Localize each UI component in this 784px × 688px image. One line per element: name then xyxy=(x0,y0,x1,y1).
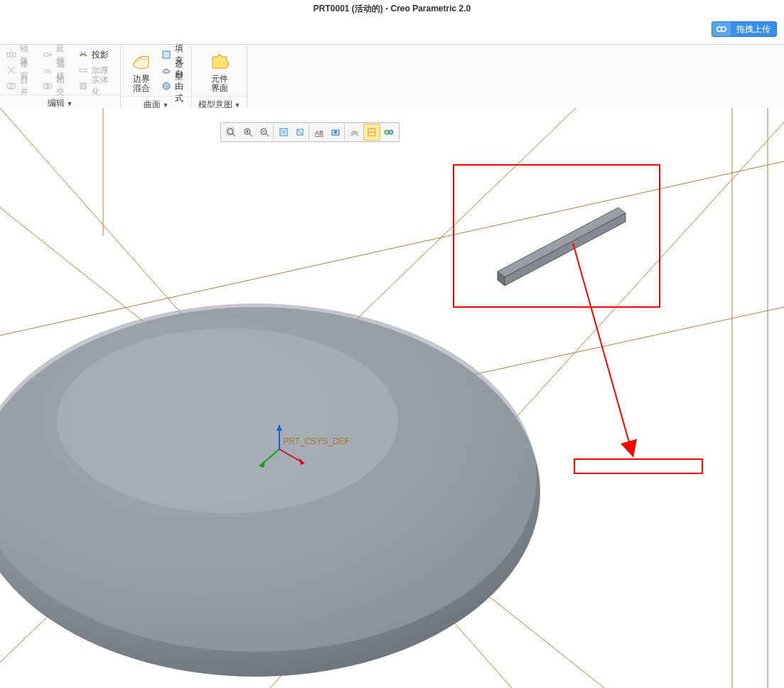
svg-line-43 xyxy=(266,134,269,136)
merge-icon xyxy=(6,80,17,92)
boundary-blend-command[interactable]: 边界 混合 xyxy=(125,48,158,95)
annotation-target-box xyxy=(574,459,702,473)
trim-icon xyxy=(6,65,17,76)
intersect-icon xyxy=(42,80,53,92)
svg-rect-2 xyxy=(7,53,10,57)
project-label: 投影 xyxy=(92,49,109,61)
drag-upload-label: 拖拽上传 xyxy=(731,23,776,36)
freestyle-icon xyxy=(161,80,172,92)
svg-rect-10 xyxy=(80,83,86,89)
annotation-highlight-box xyxy=(453,165,660,307)
boundary-blend-icon xyxy=(129,49,154,73)
zoom-window-button[interactable] xyxy=(222,124,240,141)
intersect-command[interactable]: 相交 xyxy=(41,79,73,93)
ribbon: 镜像 修剪 合并 延伸 xyxy=(0,44,784,114)
svg-point-35 xyxy=(227,129,233,134)
annotation-arrow xyxy=(573,243,633,455)
zoom-out-button[interactable] xyxy=(257,124,274,141)
svg-point-53 xyxy=(385,130,389,134)
display-style-button[interactable] xyxy=(346,124,363,141)
mirror-icon xyxy=(6,49,17,60)
svg-rect-46 xyxy=(281,130,286,134)
project-command[interactable]: 投影 xyxy=(76,48,116,62)
graphics-viewport[interactable]: PRT_CSYS_DEF xyxy=(0,108,784,688)
svg-rect-6 xyxy=(44,53,48,56)
saved-views-button[interactable] xyxy=(328,124,345,141)
extend-icon xyxy=(42,49,53,60)
svg-point-12 xyxy=(163,82,170,90)
link-icon xyxy=(712,22,731,36)
datum-display-button[interactable] xyxy=(363,124,380,141)
window-title: PRT0001 (活动的) - Creo Parametric 2.0 xyxy=(0,0,784,17)
svg-rect-9 xyxy=(80,69,87,72)
drag-upload-button[interactable]: 拖拽上传 xyxy=(711,21,777,37)
svg-rect-11 xyxy=(163,51,170,58)
svg-point-25 xyxy=(57,328,398,513)
planes-button[interactable] xyxy=(380,124,397,141)
solidify-icon xyxy=(77,80,89,92)
component-interface-command[interactable]: 元件 界面 xyxy=(203,48,236,95)
solidify-command[interactable]: 实体化 xyxy=(76,79,116,93)
refit-button[interactable] xyxy=(275,124,292,141)
view-toolbar: AB xyxy=(220,122,399,142)
svg-point-54 xyxy=(389,130,393,134)
project-icon xyxy=(77,49,89,60)
thicken-icon xyxy=(77,65,89,76)
style-icon xyxy=(161,65,172,76)
component-interface-label: 元件 界面 xyxy=(211,75,228,93)
zoom-in-button[interactable] xyxy=(240,124,257,141)
merge-command[interactable]: 合并 xyxy=(4,79,36,93)
svg-line-39 xyxy=(249,134,252,136)
offset-icon xyxy=(42,65,53,76)
freestyle-command[interactable]: 自由式 xyxy=(159,79,187,93)
svg-line-13 xyxy=(0,161,784,335)
svg-text:AB: AB xyxy=(315,129,323,136)
svg-point-50 xyxy=(334,131,337,134)
repaint-button[interactable] xyxy=(292,124,309,141)
annotations-button[interactable]: AB xyxy=(311,124,328,141)
boundary-blend-label: 边界 混合 xyxy=(133,75,150,93)
fill-icon xyxy=(161,49,172,60)
svg-marker-28 xyxy=(505,213,625,286)
csys-label: PRT_CSYS_DEF xyxy=(283,436,350,446)
svg-rect-3 xyxy=(13,53,16,57)
puzzle-icon xyxy=(208,49,232,73)
svg-marker-26 xyxy=(498,208,625,277)
viewport-svg xyxy=(0,108,784,688)
